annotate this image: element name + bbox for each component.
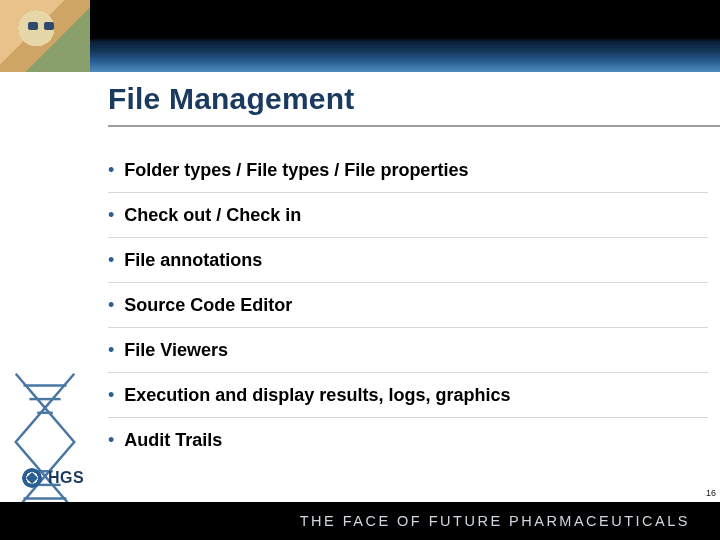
page-title: File Management	[108, 82, 708, 116]
decorative-painting	[0, 0, 90, 72]
slide: HGS File Management • Folder types / Fil…	[0, 0, 720, 540]
list-item: • Check out / Check in	[108, 193, 708, 238]
list-item: • Audit Trails	[108, 418, 708, 462]
footer-tagline: THE FACE OF FUTURE PHARMACEUTICALS	[300, 513, 690, 529]
bullet-text: Folder types / File types / File propert…	[124, 159, 468, 181]
bullet-dot-icon: •	[108, 294, 114, 316]
gradient-strip	[90, 38, 720, 72]
list-item: • Execution and display results, logs, g…	[108, 373, 708, 418]
title-wrap: File Management	[108, 82, 708, 116]
footer-bar: THE FACE OF FUTURE PHARMACEUTICALS	[0, 502, 720, 540]
bullet-text: Source Code Editor	[124, 294, 292, 316]
page-number: 16	[706, 488, 716, 498]
bullet-dot-icon: •	[108, 204, 114, 226]
bullet-dot-icon: •	[108, 249, 114, 271]
list-item: • Source Code Editor	[108, 283, 708, 328]
bullet-text: Audit Trails	[124, 429, 222, 451]
title-underline	[108, 125, 720, 127]
bullet-dot-icon: •	[108, 429, 114, 451]
bullet-dot-icon: •	[108, 339, 114, 361]
top-band	[0, 0, 720, 72]
hgs-logo: HGS	[22, 468, 84, 488]
bullet-text: File annotations	[124, 249, 262, 271]
list-item: • File annotations	[108, 238, 708, 283]
hgs-logo-icon	[22, 468, 42, 488]
bullet-text: Execution and display results, logs, gra…	[124, 384, 510, 406]
bullet-text: File Viewers	[124, 339, 228, 361]
left-sidebar: HGS	[0, 72, 90, 540]
hgs-logo-text: HGS	[48, 469, 84, 487]
list-item: • Folder types / File types / File prope…	[108, 148, 708, 193]
bullet-text: Check out / Check in	[124, 204, 301, 226]
bullet-list: • Folder types / File types / File prope…	[108, 148, 708, 462]
bullet-dot-icon: •	[108, 159, 114, 181]
list-item: • File Viewers	[108, 328, 708, 373]
bullet-dot-icon: •	[108, 384, 114, 406]
dna-helix-icon	[6, 372, 84, 512]
